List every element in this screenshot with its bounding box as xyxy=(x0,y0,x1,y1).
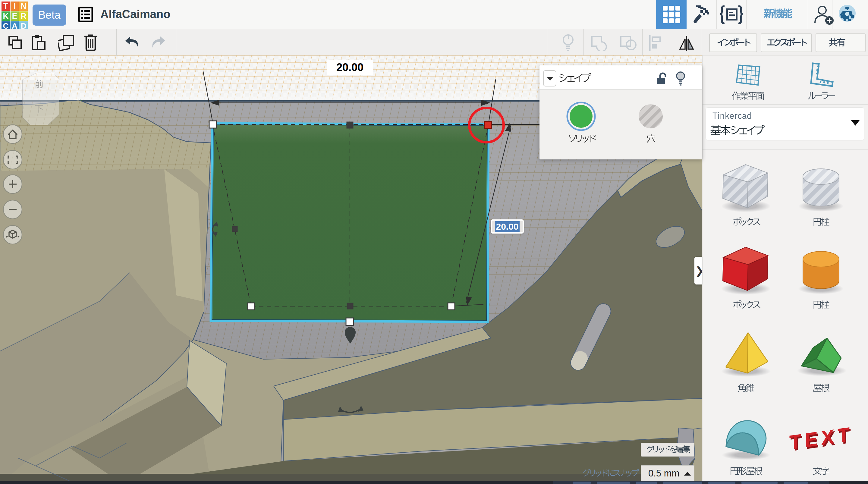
svg-text:TEXT: TEXT xyxy=(789,423,849,454)
svg-text:20.00: 20.00 xyxy=(336,61,364,73)
